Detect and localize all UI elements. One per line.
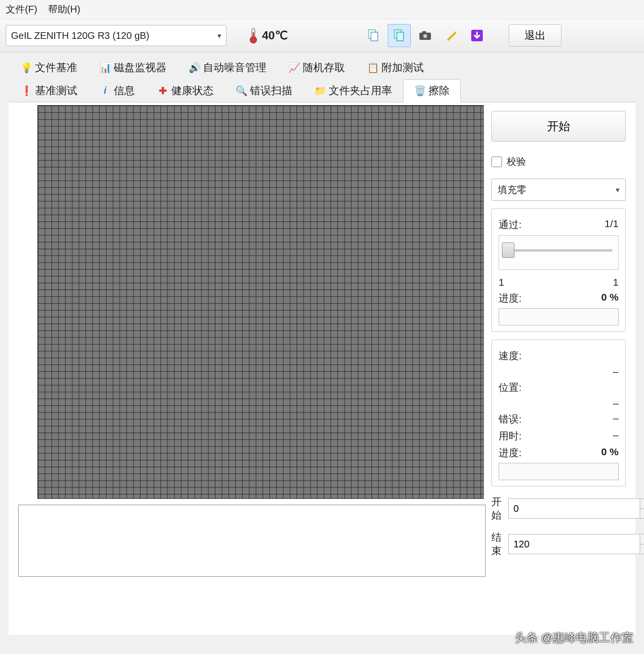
copy-info-button[interactable] (388, 24, 411, 47)
position-label: 位置: (499, 381, 522, 394)
slider-max: 1 (613, 277, 619, 288)
chart-icon: 📊 (99, 62, 111, 73)
end-range-spinner[interactable]: ▲▼ (508, 534, 644, 554)
tab-row-2: ❗基准测试 i信息 ✚健康状态 🔍错误扫描 📁文件夹占用率 🗑️擦除 (0, 79, 644, 102)
elapsed-value: – (613, 429, 619, 443)
slider-track (505, 249, 612, 252)
tab-file-benchmark[interactable]: 💡文件基准 (10, 56, 88, 79)
options-button[interactable] (440, 24, 463, 47)
erase-method-select[interactable]: 填充零 ▾ (491, 179, 626, 201)
copy-results-button[interactable] (362, 24, 385, 47)
chevron-down-icon: ▾ (616, 185, 620, 194)
thermometer-icon (248, 27, 259, 44)
clipboard-icon: 📋 (367, 62, 379, 73)
svg-marker-10 (447, 31, 456, 41)
start-range-input[interactable] (509, 499, 640, 518)
tab-disk-monitor[interactable]: 📊磁盘监视器 (88, 56, 178, 79)
info-icon: i (99, 85, 111, 97)
erase-method-label: 填充零 (498, 183, 526, 196)
verify-label: 校验 (507, 155, 526, 168)
tab-error-scan[interactable]: 🔍错误扫描 (225, 79, 303, 102)
slider-thumb[interactable] (502, 242, 514, 258)
folder-icon: 📁 (314, 85, 326, 97)
progress2-label: 进度: (499, 446, 522, 460)
speed-label: 速度: (499, 349, 522, 363)
tab-aam[interactable]: 🔊自动噪音管理 (178, 56, 277, 79)
pass-label: 通过: (499, 218, 522, 231)
tab-benchmark[interactable]: ❗基准测试 (10, 79, 88, 102)
svg-point-8 (423, 34, 427, 38)
start-range-label: 开始 (491, 495, 501, 522)
chevron-down-icon: ▾ (217, 31, 221, 40)
tab-random-access[interactable]: 📈随机存取 (277, 56, 356, 79)
spin-down-icon[interactable]: ▼ (640, 545, 644, 554)
start-range-row: 开始 ▲▼ (491, 495, 626, 522)
progress1-value: 0 % (601, 291, 619, 305)
tab-health[interactable]: ✚健康状态 (146, 79, 225, 102)
verify-checkbox-row: 校验 (491, 155, 626, 168)
log-output (18, 505, 486, 577)
drive-select[interactable]: GeIL ZENITH 120G R3 (120 gB) ▾ (6, 25, 227, 46)
toolbar: GeIL ZENITH 120G R3 (120 gB) ▾ 40℃ 退出 (0, 19, 644, 52)
svg-rect-4 (371, 32, 378, 41)
workspace: 开始 校验 填充零 ▾ 通过:1/1 11 进度:0 % 速度: – 位置: –… (9, 102, 635, 635)
end-range-row: 结束 ▲▼ (491, 531, 626, 557)
start-range-spinner[interactable]: ▲▼ (508, 498, 644, 519)
temperature-display: 40℃ (248, 27, 288, 44)
exclaim-icon: ❗ (21, 85, 32, 97)
tab-folder-usage[interactable]: 📁文件夹占用率 (303, 79, 403, 102)
svg-rect-9 (422, 31, 426, 33)
svg-rect-6 (397, 32, 404, 41)
end-range-input[interactable] (509, 534, 640, 554)
menubar: 文件(F) 帮助(H) (0, 0, 644, 19)
sector-grid (37, 105, 484, 499)
progress2-bar (499, 463, 619, 480)
search-icon: 🔍 (236, 85, 247, 97)
spin-down-icon[interactable]: ▼ (640, 509, 644, 519)
spin-up-icon[interactable]: ▲ (640, 499, 644, 509)
spin-up-icon[interactable]: ▲ (640, 534, 644, 545)
slider-min: 1 (499, 277, 504, 288)
speed-value: – (613, 366, 619, 377)
save-button[interactable] (465, 24, 489, 47)
drive-select-label: GeIL ZENITH 120G R3 (120 gB) (11, 30, 149, 41)
start-button[interactable]: 开始 (491, 111, 626, 142)
menu-file[interactable]: 文件(F) (6, 3, 37, 16)
tab-extra-tests[interactable]: 📋附加测试 (356, 56, 435, 79)
pass-slider[interactable] (499, 235, 619, 270)
tab-info[interactable]: i信息 (88, 79, 146, 102)
end-range-label: 结束 (491, 531, 501, 557)
pass-panel: 通过:1/1 11 进度:0 % (491, 208, 626, 332)
bulb-icon: 💡 (21, 62, 32, 73)
svg-rect-2 (253, 32, 254, 39)
progress1-bar (499, 308, 619, 326)
plus-icon: ✚ (157, 85, 168, 97)
stats-panel: 速度: – 位置: – 错误:– 用时:– 进度:0 % (491, 339, 626, 486)
progress2-value: 0 % (601, 446, 619, 460)
verify-checkbox[interactable] (491, 157, 502, 167)
left-column (18, 104, 486, 625)
errors-value: – (613, 412, 619, 426)
elapsed-label: 用时: (499, 429, 522, 443)
screenshot-button[interactable] (414, 24, 437, 47)
position-value: – (613, 398, 619, 409)
trash-icon: 🗑️ (414, 85, 426, 97)
menu-help[interactable]: 帮助(H) (48, 3, 81, 16)
errors-label: 错误: (499, 412, 522, 426)
toolbar-icon-group (362, 24, 489, 47)
right-column: 开始 校验 填充零 ▾ 通过:1/1 11 进度:0 % 速度: – 位置: –… (491, 104, 626, 625)
tab-row-1: 💡文件基准 📊磁盘监视器 🔊自动噪音管理 📈随机存取 📋附加测试 (0, 52, 644, 79)
exit-button[interactable]: 退出 (509, 24, 561, 47)
chart2-icon: 📈 (288, 62, 300, 73)
temperature-value: 40℃ (262, 29, 288, 42)
tab-erase[interactable]: 🗑️擦除 (403, 79, 461, 102)
pass-value: 1/1 (605, 218, 619, 231)
sound-icon: 🔊 (189, 62, 200, 73)
progress1-label: 进度: (499, 291, 522, 305)
